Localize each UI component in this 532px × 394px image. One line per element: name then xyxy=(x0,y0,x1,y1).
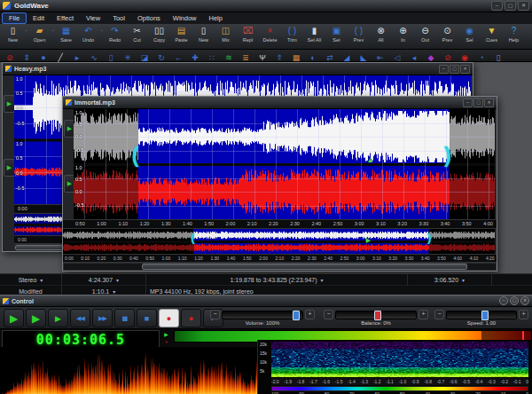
menu-window[interactable]: Window xyxy=(167,13,203,23)
minimize-icon[interactable]: – xyxy=(439,65,449,74)
effect-icon[interactable]: ✚ xyxy=(190,48,200,64)
selection-end-marker[interactable]: ) xyxy=(444,143,451,168)
scrollbar-thumb[interactable] xyxy=(142,264,467,270)
playback-position-marker[interactable]: ▲ xyxy=(367,156,374,164)
mix-button[interactable]: ◫Mix xyxy=(215,25,237,43)
record-selection-button[interactable]: ● xyxy=(181,309,201,327)
selection-start-marker[interactable]: ( xyxy=(191,231,194,244)
undo-button[interactable]: ↶Undo xyxy=(77,25,99,43)
menu-edit[interactable]: Edit xyxy=(27,13,51,23)
effect-icon[interactable]: ⇑ xyxy=(274,48,285,64)
effect-icon[interactable]: ≋ xyxy=(223,48,234,64)
selection-end-marker[interactable]: ) xyxy=(427,231,431,244)
effect-icon[interactable]: ◢ xyxy=(341,48,352,64)
menu-view[interactable]: View xyxy=(80,13,106,23)
effect-icon[interactable]: ◪ xyxy=(139,48,150,64)
redo-button[interactable]: ↷Redo xyxy=(104,25,126,43)
stop-button[interactable]: ■ xyxy=(137,309,157,327)
effect-icon[interactable]: Ψ xyxy=(257,48,268,64)
volume-decrease-button[interactable]: − xyxy=(210,310,220,319)
cues-button[interactable]: ▼Cues xyxy=(481,25,503,43)
volume-increase-button[interactable]: + xyxy=(305,310,315,319)
balance-decrease-button[interactable]: − xyxy=(324,310,333,319)
effect-icon[interactable]: ⇤ xyxy=(375,48,386,64)
close-icon[interactable]: ✕ xyxy=(520,296,529,305)
zoom-selection-button[interactable]: ◉Sel xyxy=(458,25,481,43)
effect-icon[interactable]: ◣ xyxy=(358,48,369,64)
menu-effect[interactable]: Effect xyxy=(51,13,80,23)
maximize-icon[interactable]: ▢ xyxy=(505,1,516,11)
balance-track[interactable] xyxy=(335,311,417,319)
delete-button[interactable]: ×Delete xyxy=(259,25,281,43)
trim-button[interactable]: ( )Trim xyxy=(281,25,303,43)
minimize-icon[interactable]: – xyxy=(491,1,503,11)
effect-icon[interactable]: ∿ xyxy=(89,48,99,64)
effect-icon[interactable]: ◐ xyxy=(308,48,318,64)
paste-new-button[interactable]: ▯New xyxy=(192,25,215,43)
horizontal-scrollbar[interactable] xyxy=(63,263,497,271)
balance-increase-button[interactable]: + xyxy=(419,310,428,319)
total-length-cell[interactable]: 4:24.307 ▾ xyxy=(62,274,146,285)
play-selection-button[interactable]: ▶ xyxy=(26,309,46,327)
speed-decrease-button[interactable]: − xyxy=(434,310,444,319)
speed-track[interactable] xyxy=(446,311,517,319)
volume-track[interactable] xyxy=(222,311,303,319)
zoom-previous-button[interactable]: ⊙Prev xyxy=(436,25,458,43)
pause-button[interactable]: ▮▮ xyxy=(114,309,135,327)
balance-thumb[interactable] xyxy=(374,311,381,320)
record-button[interactable]: ● xyxy=(159,309,179,327)
zoom-out-button[interactable]: ⊖Out xyxy=(414,25,436,43)
effect-icon[interactable]: ◔ xyxy=(476,48,487,64)
channel-mode-cell[interactable]: Stereo ▾ xyxy=(0,274,62,285)
minimize-icon[interactable]: – xyxy=(463,98,473,107)
replace-button[interactable]: ⌧Repl xyxy=(237,25,259,43)
menu-options[interactable]: Options xyxy=(131,13,167,23)
window-title-bar[interactable]: Immortal.mp3 – ▢ ✕ xyxy=(63,97,497,109)
cut-button[interactable]: ✂Cut xyxy=(126,25,148,43)
effect-icon[interactable]: ▦ xyxy=(291,48,301,64)
effect-icon[interactable]: ∷ xyxy=(207,48,217,64)
copy-button[interactable]: ▯▯Copy xyxy=(148,25,170,43)
effect-icon[interactable]: ◉ xyxy=(459,48,470,64)
effect-icon[interactable]: ↻ xyxy=(156,48,167,64)
play-button[interactable]: ▶ xyxy=(4,309,24,327)
menu-file[interactable]: File xyxy=(2,12,27,24)
effect-icon[interactable]: ╱ xyxy=(55,48,66,64)
window-title-bar[interactable]: Heavy.mp3 – ▢ ✕ xyxy=(3,63,473,75)
effect-icon[interactable]: ✳ xyxy=(122,48,133,64)
effect-icon[interactable]: ◁ xyxy=(392,48,403,64)
minimize-icon[interactable]: – xyxy=(499,296,508,305)
open-button[interactable]: ▰Open xyxy=(28,25,51,43)
volume-thumb[interactable] xyxy=(293,311,300,320)
close-icon[interactable]: ✕ xyxy=(460,65,470,74)
menu-help[interactable]: Help xyxy=(203,13,229,23)
effect-icon[interactable]: ▸ xyxy=(72,48,82,64)
menu-tool[interactable]: Tool xyxy=(106,13,131,23)
select-all-button[interactable]: ▮Sel All xyxy=(303,25,325,43)
zoom-in-button[interactable]: ⊕In xyxy=(392,25,414,43)
effect-icon[interactable]: ◆ xyxy=(426,48,436,64)
sound-window-immortal[interactable]: Immortal.mp3 – ▢ ✕ ▶ ▶ 1.0 0.5 0.0 -0.5 xyxy=(62,96,497,272)
close-icon[interactable]: ✕ xyxy=(518,1,529,11)
save-button[interactable]: ▦Save xyxy=(55,25,77,43)
maximize-icon[interactable]: ▢ xyxy=(450,65,459,74)
effect-icon[interactable]: ▯ xyxy=(106,48,116,64)
effect-icon[interactable]: ← xyxy=(173,48,184,64)
speed-increase-button[interactable]: + xyxy=(519,310,528,319)
close-icon[interactable]: ✕ xyxy=(484,98,494,107)
rewind-button[interactable]: ◀◀ xyxy=(70,309,90,327)
overview-area[interactable]: ( ) ▶ xyxy=(63,229,495,254)
effect-icon[interactable]: ● xyxy=(38,48,49,64)
play-intro-button[interactable]: ▶ xyxy=(48,309,68,327)
zoom-all-button[interactable]: ⊗All xyxy=(370,25,392,43)
previous-selection-button[interactable]: ( )Prev xyxy=(348,25,370,43)
paste-button[interactable]: ▤Paste xyxy=(170,25,192,43)
effect-icon[interactable]: ≣ xyxy=(240,48,251,64)
new-button[interactable]: ▯New xyxy=(2,25,24,43)
control-title-bar[interactable]: Control – ▢ ✕ xyxy=(0,296,532,307)
speed-thumb[interactable] xyxy=(481,311,489,320)
waveform-area[interactable]: 1.0 0.5 0.0 -0.5 1.0 0.5 0.0 -0.5 ( ) ▲ xyxy=(74,109,495,219)
help-button[interactable]: ?Help xyxy=(503,25,525,43)
fast-forward-button[interactable]: ▶▶ xyxy=(92,309,113,327)
effect-icon[interactable]: ◂ xyxy=(409,48,419,64)
